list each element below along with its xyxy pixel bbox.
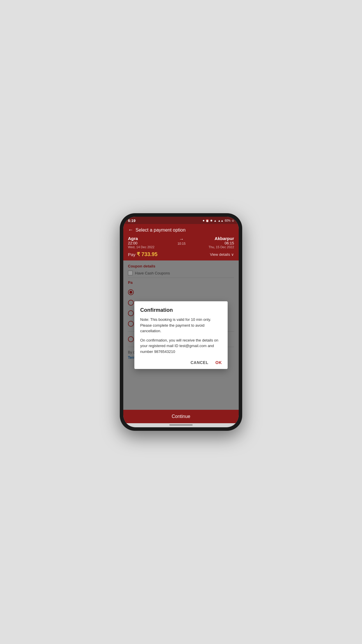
modal-overlay: Confirmation Note: This booking is valid…	[123, 260, 239, 410]
pay-left: Pay ₹ 733.95	[128, 251, 157, 258]
main-content: Coupon details Have Cash Coupons Pa	[123, 260, 239, 410]
continue-button[interactable]: Continue	[123, 410, 239, 423]
home-bar	[169, 424, 193, 426]
phone-shell: 6:19 ⏰ ✱ ▲ ▲▲ 60% ⊙ ← Select a payment o…	[120, 213, 242, 431]
status-dot	[203, 220, 204, 221]
journey-to-info: Akbarpur 06:15 Thu, 15 Dec 2022	[209, 236, 234, 249]
wifi-icon: ▲	[214, 219, 217, 222]
header-nav: ← Select a payment option	[128, 227, 234, 233]
to-time: 06:15	[209, 241, 234, 245]
from-city: Agra	[128, 236, 154, 241]
journey-from-info: Agra 22:00 Wed, 14 Dec 2022	[128, 236, 154, 249]
header: ← Select a payment option Agra 22:00 Wed…	[123, 224, 239, 260]
dialog-confirmation: On confirmation, you will receive the de…	[140, 337, 222, 355]
status-bar: 6:19 ⏰ ✱ ▲ ▲▲ 60% ⊙	[123, 217, 239, 224]
journey-info: Agra 22:00 Wed, 14 Dec 2022 → 10:15 Akba…	[128, 236, 234, 249]
battery-icon: ⊙	[232, 219, 234, 222]
duration: 10:15	[178, 242, 186, 245]
dialog-note: Note: This booking is valid for 10 min o…	[140, 317, 222, 334]
status-time: 6:19	[128, 218, 136, 223]
battery-text: 60%	[225, 219, 231, 222]
to-date: Thu, 15 Dec 2022	[209, 245, 234, 249]
signal-icon: ▲▲	[218, 219, 224, 222]
to-city: Akbarpur	[209, 236, 234, 241]
alarm-icon: ⏰	[205, 219, 209, 222]
ok-button[interactable]: OK	[215, 360, 222, 365]
status-icons: ⏰ ✱ ▲ ▲▲ 60% ⊙	[203, 219, 234, 222]
pay-label: Pay	[128, 252, 136, 257]
page-title: Select a payment option	[136, 228, 186, 233]
pay-amount: ₹ 733.95	[137, 251, 157, 257]
pay-row: Pay ₹ 733.95 View details ∨	[128, 251, 234, 258]
confirmation-dialog: Confirmation Note: This booking is valid…	[134, 301, 228, 369]
back-button[interactable]: ←	[128, 227, 133, 233]
dialog-title: Confirmation	[140, 307, 222, 313]
arrow-icon: →	[179, 237, 184, 242]
dialog-actions: CANCEL OK	[140, 360, 222, 365]
phone-screen: 6:19 ⏰ ✱ ▲ ▲▲ 60% ⊙ ← Select a payment o…	[123, 217, 239, 427]
home-indicator	[123, 423, 239, 427]
cancel-button[interactable]: CANCEL	[191, 360, 208, 365]
bluetooth-icon: ✱	[210, 219, 212, 222]
journey-middle: → 10:15	[178, 237, 186, 245]
view-details-button[interactable]: View details ∨	[210, 252, 234, 257]
from-date: Wed, 14 Dec 2022	[128, 245, 154, 249]
from-time: 22:00	[128, 241, 154, 245]
